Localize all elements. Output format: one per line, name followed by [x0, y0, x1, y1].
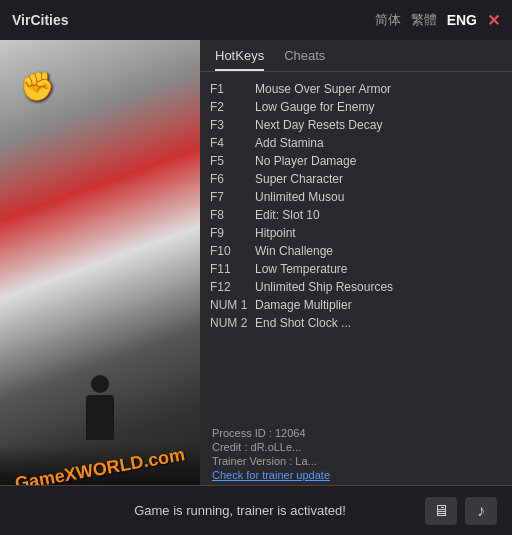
hotkey-description: Super Character: [255, 172, 343, 186]
status-icons: 🖥 ♪: [425, 497, 497, 525]
game-image: ✊: [0, 40, 200, 485]
hotkey-key: F7: [210, 190, 255, 204]
app-title: VirCities: [12, 12, 69, 28]
hotkey-key: F3: [210, 118, 255, 132]
bottom-panel: Process ID : 12064 Credit : dR.oLLe... T…: [200, 421, 512, 485]
hotkey-description: No Player Damage: [255, 154, 356, 168]
hotkey-key: F5: [210, 154, 255, 168]
hotkey-item: F10Win Challenge: [210, 242, 502, 260]
hotkey-description: Add Stamina: [255, 136, 324, 150]
hotkey-key: NUM 1: [210, 298, 255, 312]
hotkey-key: F2: [210, 100, 255, 114]
hotkey-key: NUM 2: [210, 316, 255, 330]
tab-cheats[interactable]: Cheats: [284, 48, 325, 71]
hotkey-item: F8Edit: Slot 10: [210, 206, 502, 224]
hotkey-item: F7Unlimited Musou: [210, 188, 502, 206]
credit: Credit : dR.oLLe...: [212, 441, 500, 453]
hotkey-description: Win Challenge: [255, 244, 333, 258]
hotkey-key: F9: [210, 226, 255, 240]
hotkey-description: Hitpoint: [255, 226, 296, 240]
figure-head: [91, 375, 109, 393]
hotkey-key: F6: [210, 172, 255, 186]
language-controls: 简体 繁體 ENG ✕: [375, 11, 500, 30]
hotkey-description: Mouse Over Super Armor: [255, 82, 391, 96]
tabs-container: HotKeys Cheats: [200, 40, 512, 72]
status-bar: Game is running, trainer is activated! 🖥…: [0, 485, 512, 535]
figure-silhouette: [80, 375, 120, 455]
hotkey-key: F10: [210, 244, 255, 258]
status-message: Game is running, trainer is activated!: [55, 503, 425, 518]
hotkey-item: F3Next Day Resets Decay: [210, 116, 502, 134]
hotkey-description: Unlimited Musou: [255, 190, 344, 204]
hotkey-key: F11: [210, 262, 255, 276]
monitor-icon-button[interactable]: 🖥: [425, 497, 457, 525]
hotkey-item: NUM 2End Shot Clock ...: [210, 314, 502, 332]
hotkey-description: Next Day Resets Decay: [255, 118, 382, 132]
close-button[interactable]: ✕: [487, 11, 500, 30]
hotkey-item: F9Hitpoint: [210, 224, 502, 242]
hotkey-item: NUM 1Damage Multiplier: [210, 296, 502, 314]
fist-icon: ✊: [20, 70, 55, 103]
main-content: ✊ GameXWORLD.com HotKeys Cheats F1Mouse …: [0, 40, 512, 485]
lang-simplified[interactable]: 简体: [375, 11, 401, 29]
hotkeys-list: F1Mouse Over Super ArmorF2Low Gauge for …: [200, 72, 512, 421]
hotkey-description: Unlimited Ship Resources: [255, 280, 393, 294]
hotkey-key: F4: [210, 136, 255, 150]
tab-hotkeys[interactable]: HotKeys: [215, 48, 264, 71]
figure-body: [86, 395, 114, 440]
hotkey-description: Low Temperature: [255, 262, 348, 276]
hotkey-key: F8: [210, 208, 255, 222]
title-bar: VirCities 简体 繁體 ENG ✕: [0, 0, 512, 40]
hotkey-item: F2Low Gauge for Enemy: [210, 98, 502, 116]
hotkey-description: End Shot Clock ...: [255, 316, 351, 330]
hotkey-item: F4Add Stamina: [210, 134, 502, 152]
trainer-version: Trainer Version : La...: [212, 455, 500, 467]
watermark: GameXWORLD.com: [5, 459, 195, 480]
hotkey-description: Low Gauge for Enemy: [255, 100, 374, 114]
hotkey-key: F12: [210, 280, 255, 294]
hotkey-description: Damage Multiplier: [255, 298, 352, 312]
hotkey-item: F11Low Temperature: [210, 260, 502, 278]
check-update-link[interactable]: Check for trainer update: [212, 469, 500, 481]
hotkey-key: F1: [210, 82, 255, 96]
right-panel: HotKeys Cheats F1Mouse Over Super ArmorF…: [200, 40, 512, 485]
music-icon: ♪: [477, 502, 485, 520]
process-id: Process ID : 12064: [212, 427, 500, 439]
hotkey-description: Edit: Slot 10: [255, 208, 320, 222]
hotkey-item: F12Unlimited Ship Resources: [210, 278, 502, 296]
hotkey-item: F5No Player Damage: [210, 152, 502, 170]
hotkey-item: F1Mouse Over Super Armor: [210, 80, 502, 98]
hotkey-item: F6Super Character: [210, 170, 502, 188]
game-image-panel: ✊ GameXWORLD.com: [0, 40, 200, 485]
music-icon-button[interactable]: ♪: [465, 497, 497, 525]
lang-traditional[interactable]: 繁體: [411, 11, 437, 29]
lang-english[interactable]: ENG: [447, 12, 477, 28]
monitor-icon: 🖥: [433, 502, 449, 520]
